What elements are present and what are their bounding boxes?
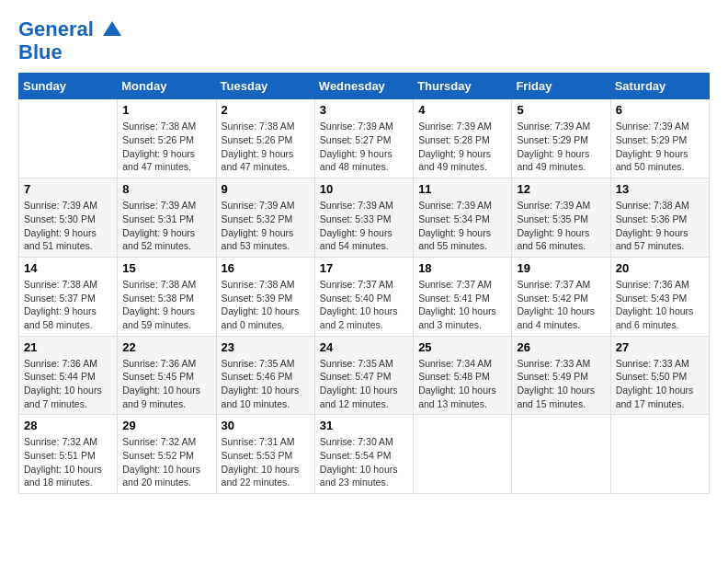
day-number: 21 [24,340,112,354]
day-number: 19 [517,261,605,275]
day-info: Sunrise: 7:38 AMSunset: 5:36 PMDaylight:… [616,199,704,253]
day-info: Sunrise: 7:39 AMSunset: 5:32 PMDaylight:… [222,199,310,253]
day-info: Sunrise: 7:31 AMSunset: 5:53 PMDaylight:… [222,435,310,489]
calendar-cell: 23 Sunrise: 7:35 AMSunset: 5:46 PMDaylig… [216,336,314,415]
calendar-cell: 2 Sunrise: 7:38 AMSunset: 5:26 PMDayligh… [216,99,314,178]
day-number: 3 [320,103,408,117]
calendar-cell: 26 Sunrise: 7:33 AMSunset: 5:49 PMDaylig… [512,336,610,415]
day-info: Sunrise: 7:39 AMSunset: 5:29 PMDaylight:… [517,120,605,174]
day-info: Sunrise: 7:38 AMSunset: 5:26 PMDaylight:… [222,120,310,174]
calendar-week-row: 28 Sunrise: 7:32 AMSunset: 5:51 PMDaylig… [19,415,710,494]
day-info: Sunrise: 7:37 AMSunset: 5:41 PMDaylight:… [418,278,506,332]
day-number: 27 [616,340,704,354]
day-number: 6 [616,103,704,117]
logo-text: General [18,18,123,41]
day-number: 13 [616,182,704,196]
day-number: 4 [418,103,506,117]
day-number: 2 [222,103,310,117]
calendar-cell: 19 Sunrise: 7:37 AMSunset: 5:42 PMDaylig… [512,257,610,336]
calendar-cell: 20 Sunrise: 7:36 AMSunset: 5:43 PMDaylig… [610,257,709,336]
calendar-table: SundayMondayTuesdayWednesdayThursdayFrid… [18,73,710,494]
calendar-week-row: 21 Sunrise: 7:36 AMSunset: 5:44 PMDaylig… [19,336,710,415]
day-info: Sunrise: 7:32 AMSunset: 5:51 PMDaylight:… [24,435,112,489]
logo-icon [101,19,123,41]
day-number: 30 [222,419,310,432]
calendar-cell [512,415,610,494]
calendar-cell: 4 Sunrise: 7:39 AMSunset: 5:28 PMDayligh… [414,99,512,178]
day-number: 12 [517,182,605,196]
day-number: 15 [122,261,210,275]
day-number: 17 [320,261,408,275]
day-info: Sunrise: 7:37 AMSunset: 5:42 PMDaylight:… [517,278,605,332]
day-info: Sunrise: 7:38 AMSunset: 5:26 PMDaylight:… [122,120,210,174]
day-info: Sunrise: 7:39 AMSunset: 5:30 PMDaylight:… [24,199,112,253]
day-number: 18 [418,261,506,275]
calendar-cell [19,99,118,178]
day-info: Sunrise: 7:38 AMSunset: 5:39 PMDaylight:… [222,278,310,332]
day-info: Sunrise: 7:30 AMSunset: 5:54 PMDaylight:… [320,435,408,489]
day-number: 23 [222,340,310,354]
day-info: Sunrise: 7:39 AMSunset: 5:27 PMDaylight:… [320,120,408,174]
calendar-cell: 13 Sunrise: 7:38 AMSunset: 5:36 PMDaylig… [610,178,709,258]
day-info: Sunrise: 7:33 AMSunset: 5:50 PMDaylight:… [616,357,704,411]
page-header: General Blue [18,18,710,63]
day-number: 26 [517,340,605,354]
calendar-cell: 8 Sunrise: 7:39 AMSunset: 5:31 PMDayligh… [118,178,216,258]
day-info: Sunrise: 7:39 AMSunset: 5:31 PMDaylight:… [122,199,210,253]
logo-blue-text: Blue [18,41,123,63]
day-number: 14 [24,261,112,275]
day-number: 22 [122,340,210,354]
calendar-cell: 3 Sunrise: 7:39 AMSunset: 5:27 PMDayligh… [314,99,413,178]
calendar-cell: 28 Sunrise: 7:32 AMSunset: 5:51 PMDaylig… [19,415,118,494]
day-info: Sunrise: 7:32 AMSunset: 5:52 PMDaylight:… [122,435,210,489]
calendar-cell [610,415,709,494]
day-number: 25 [418,340,506,354]
day-number: 24 [320,340,408,354]
calendar-cell: 6 Sunrise: 7:39 AMSunset: 5:29 PMDayligh… [610,99,709,178]
weekday-header-saturday: Saturday [610,74,709,99]
day-info: Sunrise: 7:34 AMSunset: 5:48 PMDaylight:… [418,357,506,411]
day-info: Sunrise: 7:35 AMSunset: 5:46 PMDaylight:… [222,357,310,411]
day-info: Sunrise: 7:39 AMSunset: 5:34 PMDaylight:… [418,199,506,253]
day-info: Sunrise: 7:39 AMSunset: 5:33 PMDaylight:… [320,199,408,253]
day-info: Sunrise: 7:35 AMSunset: 5:47 PMDaylight:… [320,357,408,411]
day-info: Sunrise: 7:39 AMSunset: 5:35 PMDaylight:… [517,199,605,253]
weekday-header-monday: Monday [118,74,216,99]
day-number: 9 [222,182,310,196]
calendar-cell: 24 Sunrise: 7:35 AMSunset: 5:47 PMDaylig… [314,336,413,415]
day-number: 29 [122,419,210,432]
day-info: Sunrise: 7:38 AMSunset: 5:38 PMDaylight:… [122,278,210,332]
calendar-cell: 22 Sunrise: 7:36 AMSunset: 5:45 PMDaylig… [118,336,216,415]
day-number: 5 [517,103,605,117]
calendar-cell: 15 Sunrise: 7:38 AMSunset: 5:38 PMDaylig… [118,257,216,336]
day-number: 11 [418,182,506,196]
calendar-cell [414,415,512,494]
calendar-cell: 17 Sunrise: 7:37 AMSunset: 5:40 PMDaylig… [314,257,413,336]
day-number: 16 [222,261,310,275]
day-number: 20 [616,261,704,275]
day-number: 28 [24,419,112,432]
calendar-cell: 7 Sunrise: 7:39 AMSunset: 5:30 PMDayligh… [19,178,118,258]
calendar-cell: 1 Sunrise: 7:38 AMSunset: 5:26 PMDayligh… [118,99,216,178]
weekday-header-friday: Friday [512,74,610,99]
weekday-header-tuesday: Tuesday [216,74,314,99]
calendar-cell: 11 Sunrise: 7:39 AMSunset: 5:34 PMDaylig… [414,178,512,258]
calendar-cell: 25 Sunrise: 7:34 AMSunset: 5:48 PMDaylig… [414,336,512,415]
day-number: 31 [320,419,408,432]
day-info: Sunrise: 7:39 AMSunset: 5:29 PMDaylight:… [616,120,704,174]
weekday-header-wednesday: Wednesday [314,74,413,99]
day-number: 8 [122,182,210,196]
day-info: Sunrise: 7:36 AMSunset: 5:45 PMDaylight:… [122,357,210,411]
day-info: Sunrise: 7:37 AMSunset: 5:40 PMDaylight:… [320,278,408,332]
calendar-week-row: 14 Sunrise: 7:38 AMSunset: 5:37 PMDaylig… [19,257,710,336]
calendar-cell: 12 Sunrise: 7:39 AMSunset: 5:35 PMDaylig… [512,178,610,258]
calendar-cell: 16 Sunrise: 7:38 AMSunset: 5:39 PMDaylig… [216,257,314,336]
calendar-cell: 29 Sunrise: 7:32 AMSunset: 5:52 PMDaylig… [118,415,216,494]
calendar-cell: 27 Sunrise: 7:33 AMSunset: 5:50 PMDaylig… [610,336,709,415]
calendar-week-row: 1 Sunrise: 7:38 AMSunset: 5:26 PMDayligh… [19,99,710,178]
day-number: 10 [320,182,408,196]
calendar-cell: 21 Sunrise: 7:36 AMSunset: 5:44 PMDaylig… [19,336,118,415]
weekday-header-sunday: Sunday [19,74,118,99]
calendar-cell: 14 Sunrise: 7:38 AMSunset: 5:37 PMDaylig… [19,257,118,336]
calendar-cell: 31 Sunrise: 7:30 AMSunset: 5:54 PMDaylig… [314,415,413,494]
